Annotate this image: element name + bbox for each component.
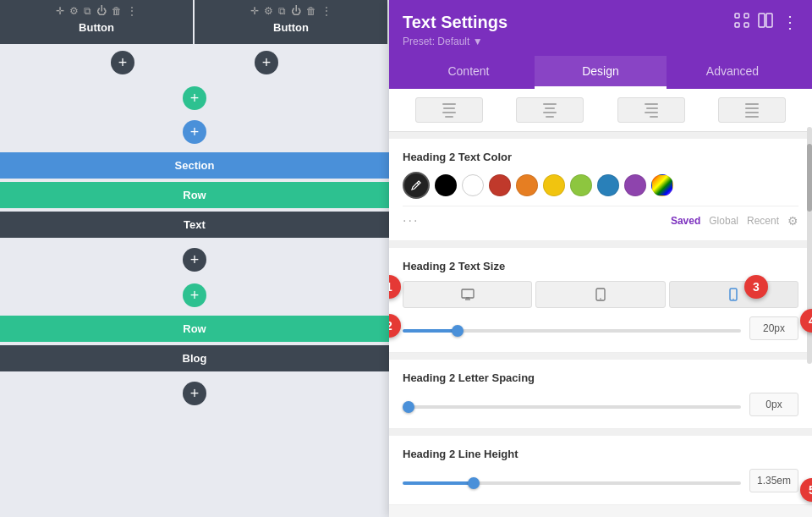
- power-icon-r[interactable]: ⏻: [291, 5, 301, 17]
- svg-rect-7: [462, 289, 474, 298]
- settings-header: Text Settings ⋮: [389, 0, 812, 89]
- color-swatch-white[interactable]: [462, 174, 484, 196]
- svg-rect-3: [744, 23, 749, 27]
- blog-bar[interactable]: Blog: [0, 345, 389, 371]
- align-right-btn[interactable]: [617, 97, 685, 123]
- line-height-value[interactable]: 1.35em: [749, 469, 798, 492]
- annotation-4: 4: [800, 309, 812, 333]
- text-size-section: Heading 2 Text Size: [389, 248, 812, 353]
- text-bar[interactable]: Text: [0, 212, 389, 238]
- more-icon[interactable]: ⋮: [127, 5, 137, 17]
- svg-rect-0: [735, 14, 739, 18]
- button-label-right: Button: [273, 21, 309, 34]
- section-bar[interactable]: Section: [0, 152, 389, 179]
- settings-icon[interactable]: ⚙: [69, 5, 79, 17]
- color-swatch-blue[interactable]: [597, 174, 619, 196]
- letter-spacing-section: Heading 2 Letter Spacing 0px: [389, 360, 812, 429]
- power-icon[interactable]: ⏻: [96, 5, 107, 17]
- builder-button-block-left: ✛ ⚙ ⧉ ⏻ 🗑 ⋮ Button: [0, 0, 195, 44]
- focus-icon[interactable]: [734, 13, 749, 31]
- add-circle-text[interactable]: +: [183, 248, 206, 272]
- color-swatch-yellow[interactable]: [543, 174, 565, 196]
- scroll-thumb[interactable]: [807, 144, 812, 212]
- color-picker-btn[interactable]: [403, 172, 430, 199]
- svg-point-13: [733, 299, 734, 300]
- annotation-5: 5: [800, 478, 812, 502]
- color-swatch-green[interactable]: [570, 174, 592, 196]
- more-vertical-icon[interactable]: ⋮: [782, 12, 798, 32]
- device-tab-desktop[interactable]: [403, 281, 532, 308]
- add-circle-blog[interactable]: +: [183, 382, 206, 405]
- color-swatch-orange[interactable]: [516, 174, 538, 196]
- preset-label[interactable]: Preset: Default ▼: [403, 36, 798, 47]
- line-height-slider-row: 1.35em: [403, 469, 798, 492]
- text-size-value[interactable]: 20px: [749, 316, 798, 340]
- row-bar-bottom[interactable]: Row: [0, 316, 389, 342]
- align-left-btn[interactable]: [415, 97, 483, 123]
- svg-rect-2: [735, 23, 739, 27]
- align-center-btn[interactable]: [516, 97, 584, 123]
- button-label-left: Button: [79, 21, 114, 34]
- add-circle-dark2[interactable]: +: [255, 51, 278, 74]
- device-tabs: [403, 281, 798, 308]
- settings-panel: Text Settings ⋮: [389, 0, 812, 517]
- add-circle-dark[interactable]: +: [111, 51, 134, 74]
- line-height-slider[interactable]: [403, 481, 741, 485]
- trash-icon-r[interactable]: 🗑: [306, 5, 316, 17]
- gear-settings-icon[interactable]: ⚙: [787, 214, 798, 228]
- section-divider-4: [389, 429, 812, 436]
- copy-icon-r[interactable]: ⧉: [278, 5, 286, 17]
- saved-row: ··· Saved Global Recent ⚙: [403, 206, 798, 228]
- color-swatch-black[interactable]: [435, 174, 457, 196]
- text-size-slider-row: 20px: [403, 316, 798, 340]
- device-tab-phone[interactable]: [669, 281, 798, 308]
- align-justify-btn[interactable]: [718, 97, 786, 123]
- builder-button-block-right: ✛ ⚙ ⧉ ⏻ 🗑 ⋮ Button: [195, 0, 389, 44]
- saved-label[interactable]: Saved: [671, 215, 700, 227]
- device-tab-tablet[interactable]: [535, 281, 665, 308]
- move-icon[interactable]: ✛: [56, 5, 64, 17]
- section-divider-2: [389, 241, 812, 248]
- add-circle-blue[interactable]: +: [183, 120, 206, 144]
- color-swatch-purple[interactable]: [624, 174, 646, 196]
- annotation-2: 2: [389, 314, 401, 338]
- copy-icon[interactable]: ⧉: [84, 5, 91, 17]
- row-bar-top[interactable]: Row: [0, 182, 389, 208]
- settings-title: Text Settings: [403, 13, 508, 32]
- tab-advanced[interactable]: Advanced: [667, 56, 798, 89]
- settings-tabs: Content Design Advanced: [403, 56, 798, 89]
- annotation-1: 1: [389, 275, 401, 299]
- color-swatch-red[interactable]: [489, 174, 511, 196]
- section-divider-3: [389, 353, 812, 360]
- move-icon-r[interactable]: ✛: [250, 5, 259, 17]
- split-icon[interactable]: [758, 13, 773, 31]
- text-size-slider[interactable]: [403, 329, 741, 333]
- annotation-3: 3: [744, 275, 768, 299]
- trash-icon[interactable]: 🗑: [112, 5, 122, 17]
- letter-spacing-value[interactable]: 0px: [749, 393, 798, 416]
- tab-content[interactable]: Content: [403, 56, 535, 89]
- settings-icon-r[interactable]: ⚙: [264, 5, 273, 17]
- svg-line-6: [417, 183, 419, 184]
- svg-rect-4: [759, 14, 765, 27]
- add-circle-green[interactable]: +: [183, 86, 206, 110]
- recent-label[interactable]: Recent: [747, 215, 779, 227]
- toolbar-icons-right: ✛ ⚙ ⧉ ⏻ 🗑 ⋮: [195, 5, 387, 17]
- align-row: [389, 89, 812, 132]
- text-color-section: Heading 2 Text Color: [389, 139, 812, 241]
- svg-rect-5: [766, 14, 772, 27]
- builder-panel: ✛ ⚙ ⧉ ⏻ 🗑 ⋮ Button ✛ ⚙ ⧉ ⏻ 🗑 ⋮ Button + …: [0, 0, 389, 517]
- color-swatch-rainbow[interactable]: [651, 174, 673, 196]
- builder-top-row: ✛ ⚙ ⧉ ⏻ 🗑 ⋮ Button ✛ ⚙ ⧉ ⏻ 🗑 ⋮ Button: [0, 0, 389, 44]
- letter-spacing-slider[interactable]: [403, 405, 741, 409]
- letter-spacing-slider-row: 0px: [403, 393, 798, 416]
- letter-spacing-title: Heading 2 Letter Spacing: [403, 371, 798, 384]
- line-height-section: Heading 2 Line Height 1.35em 5: [389, 436, 812, 505]
- tab-design[interactable]: Design: [535, 56, 667, 89]
- more-icon-r[interactable]: ⋮: [321, 5, 332, 17]
- color-palette: [403, 172, 798, 199]
- line-height-title: Heading 2 Line Height: [403, 448, 798, 460]
- add-circle-text-green[interactable]: +: [183, 283, 206, 307]
- global-label[interactable]: Global: [709, 215, 738, 227]
- settings-body: Heading 2 Text Color: [389, 89, 812, 517]
